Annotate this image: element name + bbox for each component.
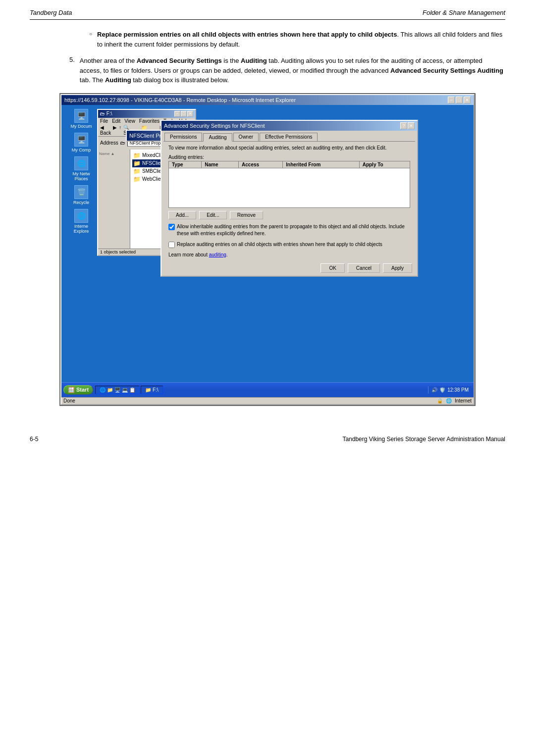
menu-file[interactable]: File [100, 118, 108, 124]
taskbar: 🪟 Start 🌐 📁 🖥️ 💻 📋 📁 F:\ [61, 382, 474, 397]
bullet-item: ○ Replace permission entries on all chil… [30, 30, 505, 49]
table-row-empty [169, 168, 410, 207]
doc-footer: 6-5 Tandberg Viking Series Storage Serve… [0, 426, 535, 453]
ie-titlebar: https://146.59.102.27:8098 - VIKING-E40C… [61, 95, 474, 105]
folder-left-panel: Name ▲ [98, 150, 130, 249]
start-icon: 🪟 [68, 387, 75, 393]
col-apply-to: Apply To [359, 161, 410, 168]
bold-auditing: Auditing [241, 57, 267, 64]
lock-icon: 🔒 [437, 398, 443, 403]
ie-window: https://146.59.102.27:8098 - VIKING-E40C… [60, 94, 475, 405]
advsec-info-text: To view more information about special a… [168, 145, 410, 151]
advsec-action-buttons: Add... Edit... Remove [168, 211, 410, 219]
status-right: Internet [455, 398, 472, 403]
menu-edit[interactable]: Edit [112, 118, 120, 124]
tab-auditing[interactable]: Auditing [203, 133, 232, 142]
start-button[interactable]: 🪟 Start [63, 385, 93, 395]
folder-close-button[interactable]: ✕ [187, 111, 193, 117]
col-name: Name [202, 161, 239, 168]
mydoc-icon: 🖥️ [74, 109, 88, 123]
folder-max-button[interactable]: □ [181, 111, 187, 117]
ie-titlebar-buttons: − □ ✕ [448, 97, 471, 103]
advsec-checkbox1-row: Allow inheritable auditing entries from … [168, 223, 410, 237]
tab-effective-permissions[interactable]: Effective Permissions [260, 133, 318, 141]
footer-left: 6-5 [30, 436, 38, 443]
item-number: 5. [69, 56, 75, 85]
apply-button[interactable]: Apply [383, 263, 412, 273]
status-right-area: 🔒 🌐 Internet [437, 398, 472, 403]
advsec-learn-link[interactable]: auditing [209, 252, 226, 257]
address-label: Address [100, 140, 118, 146]
toolbar-back[interactable]: ◀ Back [100, 125, 111, 136]
bold-auditing2: Auditing [105, 76, 131, 84]
folder-min-button[interactable]: − [174, 111, 180, 117]
screenshot-wrapper: https://146.59.102.27:8098 - VIKING-E40C… [59, 93, 476, 406]
cancel-button[interactable]: Cancel [348, 263, 380, 273]
desktop-icon-ie[interactable]: 🌐 Interne Explore [66, 209, 96, 234]
desktop-icon-mydoc[interactable]: 🖥️ My Docum [66, 109, 96, 129]
tab-owner[interactable]: Owner [233, 133, 259, 141]
advsec-dialog: Advanced Security Settings for NFSClient… [160, 120, 418, 277]
doc-header: Tandberg Data Folder & Share Management [0, 0, 535, 19]
taskbar-icon2: 📁 [107, 387, 113, 393]
bullet-circle-icon: ○ [89, 31, 92, 49]
taskbar-item-folder[interactable]: 📁 F:\ [141, 386, 163, 394]
advsec-entries-table: Type Name Access Inherited From Apply To [168, 161, 410, 208]
add-button[interactable]: Add... [168, 211, 196, 219]
folder-titlebar: 🗁 F:\ − □ ✕ [98, 110, 195, 118]
folder-mixedclient-icon: 📁 [133, 152, 141, 159]
advsec-checkbox1-label: Allow inheritable auditing entries from … [177, 223, 410, 237]
sidebar-icons: 🖥️ My Docum 🖥️ My Comp 🌐 My Netw Places … [61, 105, 101, 382]
mycomp-label: My Comp [72, 148, 91, 152]
advsec-checkbox2-label: Replace auditing entries on all child ob… [177, 241, 382, 248]
desktop-icon-mycomp[interactable]: 🖥️ My Comp [66, 133, 96, 152]
menu-view[interactable]: View [124, 118, 135, 124]
folder-webclient-icon: 📁 [133, 176, 141, 183]
ie-min-button[interactable]: − [448, 97, 455, 103]
ie-max-button[interactable]: □ [456, 97, 463, 103]
advsec-close-button[interactable]: ✕ [408, 122, 415, 129]
mydoc-label: My Docum [70, 124, 92, 129]
advsec-title: Advanced Security Settings for NFSClient [164, 123, 265, 129]
ie-title: https://146.59.102.27:8098 - VIKING-E40C… [64, 97, 296, 103]
bold-advsec: Advanced Security Settings [137, 57, 222, 64]
col-inherited-from: Inherited From [283, 161, 359, 168]
mycomp-icon: 🖥️ [74, 133, 88, 147]
recycle-icon: 🗑️ [74, 185, 88, 199]
taskbar-items: 🌐 📁 🖥️ 💻 📋 📁 F:\ [95, 386, 426, 394]
advsec-help-button[interactable]: ? [400, 122, 407, 129]
toolbar-forward[interactable]: ▶ [113, 125, 117, 136]
desktop-icon-network[interactable]: 🌐 My Netw Places [66, 156, 96, 181]
advsec-body: To view more information about special a… [163, 141, 415, 260]
tray-icon2: 🛡️ [439, 387, 445, 393]
desktop-icon-recycle[interactable]: 🗑️ Recycle [66, 185, 96, 205]
folder-title: 🗁 F:\ [100, 111, 112, 116]
folder-nfsclient-icon: 📁 [133, 160, 141, 167]
item-text: Another area of the Advanced Security Se… [80, 56, 505, 85]
network-icon: 🌐 [74, 156, 88, 170]
advsec-checkbox2[interactable] [168, 242, 175, 248]
folder-nav-label: Name ▲ [99, 151, 129, 156]
tab-permissions[interactable]: Permissions [164, 133, 202, 141]
folder-titlebar-buttons: − □ ✕ [174, 111, 193, 117]
ok-button[interactable]: OK [321, 263, 344, 273]
remove-button[interactable]: Remove [230, 211, 263, 219]
menu-favorites[interactable]: Favorites [139, 118, 160, 124]
taskbar-item-icons1[interactable]: 🌐 📁 🖥️ 💻 📋 [95, 386, 140, 394]
start-label: Start [76, 387, 89, 393]
tray-time: 12:38 PM [447, 387, 469, 393]
ie-icon: 🌐 [74, 209, 88, 223]
advsec-checkbox1[interactable] [168, 224, 175, 230]
taskbar-browser-icon: 🌐 [100, 387, 106, 393]
toolbar-up[interactable]: ↑ [119, 125, 121, 136]
advsec-titlebar-buttons: ? ✕ [400, 122, 415, 129]
header-right: Folder & Share Management [423, 9, 505, 16]
bullet-bold: Replace permission entries on all child … [97, 31, 397, 38]
footer-right: Tandberg Viking Series Storage Server Ad… [342, 436, 505, 443]
edit-button[interactable]: Edit... [199, 211, 227, 219]
taskbar-folder-label: F:\ [153, 387, 159, 393]
bullet-text: Replace permission entries on all child … [97, 30, 505, 49]
header-left: Tandberg Data [30, 9, 72, 16]
recycle-label: Recycle [73, 200, 89, 205]
ie-close-button[interactable]: ✕ [464, 97, 471, 103]
